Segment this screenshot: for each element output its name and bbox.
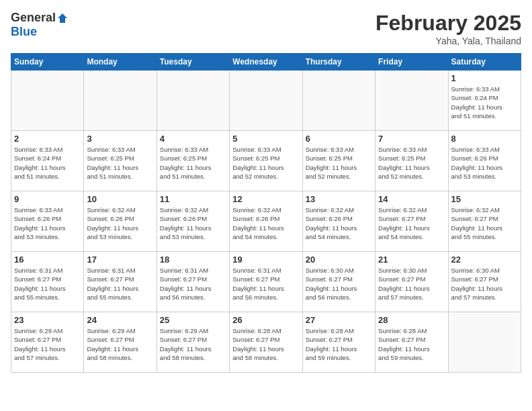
calendar-cell: 17Sunrise: 6:31 AM Sunset: 6:27 PM Dayli…	[84, 252, 157, 312]
calendar-cell: 24Sunrise: 6:29 AM Sunset: 6:27 PM Dayli…	[84, 312, 157, 373]
day-info: Sunrise: 6:29 AM Sunset: 6:27 PM Dayligh…	[160, 326, 226, 362]
calendar-cell: 8Sunrise: 6:33 AM Sunset: 6:26 PM Daylig…	[448, 131, 521, 191]
day-info: Sunrise: 6:33 AM Sunset: 6:25 PM Dayligh…	[378, 145, 445, 181]
day-number: 12	[232, 194, 299, 204]
day-info: Sunrise: 6:30 AM Sunset: 6:27 PM Dayligh…	[378, 266, 445, 302]
day-info: Sunrise: 6:28 AM Sunset: 6:27 PM Dayligh…	[378, 326, 445, 362]
day-number: 26	[232, 315, 299, 325]
calendar-cell: 18Sunrise: 6:31 AM Sunset: 6:27 PM Dayli…	[157, 252, 229, 312]
day-info: Sunrise: 6:33 AM Sunset: 6:25 PM Dayligh…	[232, 145, 299, 181]
calendar-cell: 1Sunrise: 6:33 AM Sunset: 6:24 PM Daylig…	[448, 71, 521, 131]
calendar-cell: 9Sunrise: 6:33 AM Sunset: 6:26 PM Daylig…	[11, 191, 84, 252]
day-of-week-header: Sunday	[11, 54, 84, 71]
calendar-cell: 3Sunrise: 6:33 AM Sunset: 6:25 PM Daylig…	[84, 131, 157, 191]
calendar-cell: 28Sunrise: 6:28 AM Sunset: 6:27 PM Dayli…	[375, 312, 448, 373]
day-number: 28	[378, 315, 445, 325]
calendar-cell: 25Sunrise: 6:29 AM Sunset: 6:27 PM Dayli…	[157, 312, 229, 373]
calendar-cell	[230, 71, 302, 131]
day-info: Sunrise: 6:32 AM Sunset: 6:26 PM Dayligh…	[160, 205, 226, 241]
day-info: Sunrise: 6:32 AM Sunset: 6:26 PM Dayligh…	[232, 205, 299, 241]
month-title: February 2025	[375, 11, 521, 36]
day-of-week-header: Monday	[84, 54, 157, 71]
day-number: 16	[14, 255, 81, 265]
calendar-cell: 21Sunrise: 6:30 AM Sunset: 6:27 PM Dayli…	[375, 252, 448, 312]
day-info: Sunrise: 6:33 AM Sunset: 6:26 PM Dayligh…	[14, 205, 81, 241]
logo-icon	[56, 12, 69, 24]
calendar-cell	[11, 71, 84, 131]
day-number: 5	[232, 134, 299, 144]
day-info: Sunrise: 6:32 AM Sunset: 6:27 PM Dayligh…	[378, 205, 445, 241]
calendar-header-row: SundayMondayTuesdayWednesdayThursdayFrid…	[11, 54, 521, 71]
day-info: Sunrise: 6:33 AM Sunset: 6:25 PM Dayligh…	[306, 145, 372, 181]
day-number: 8	[451, 134, 518, 144]
logo-general: General	[11, 11, 56, 25]
calendar-cell: 22Sunrise: 6:30 AM Sunset: 6:27 PM Dayli…	[448, 252, 521, 312]
day-info: Sunrise: 6:33 AM Sunset: 6:24 PM Dayligh…	[451, 85, 518, 120]
day-info: Sunrise: 6:29 AM Sunset: 6:27 PM Dayligh…	[14, 326, 81, 362]
day-number: 1	[451, 73, 518, 83]
day-number: 13	[306, 194, 372, 204]
calendar-cell	[84, 71, 157, 131]
calendar-cell: 20Sunrise: 6:30 AM Sunset: 6:27 PM Dayli…	[302, 252, 375, 312]
day-info: Sunrise: 6:30 AM Sunset: 6:27 PM Dayligh…	[451, 266, 518, 302]
day-of-week-header: Wednesday	[230, 54, 302, 71]
day-info: Sunrise: 6:28 AM Sunset: 6:27 PM Dayligh…	[232, 326, 299, 362]
calendar-week-row: 1Sunrise: 6:33 AM Sunset: 6:24 PM Daylig…	[11, 71, 521, 131]
calendar-week-row: 23Sunrise: 6:29 AM Sunset: 6:27 PM Dayli…	[11, 312, 521, 373]
page-header: General Blue February 2025 Yaha, Yala, T…	[11, 11, 521, 46]
calendar-cell: 26Sunrise: 6:28 AM Sunset: 6:27 PM Dayli…	[230, 312, 302, 373]
calendar-week-row: 16Sunrise: 6:31 AM Sunset: 6:27 PM Dayli…	[11, 252, 521, 312]
location: Yaha, Yala, Thailand	[375, 36, 521, 46]
day-of-week-header: Saturday	[448, 54, 521, 71]
calendar-cell: 16Sunrise: 6:31 AM Sunset: 6:27 PM Dayli…	[11, 252, 84, 312]
calendar-cell: 4Sunrise: 6:33 AM Sunset: 6:25 PM Daylig…	[157, 131, 229, 191]
calendar-cell: 13Sunrise: 6:32 AM Sunset: 6:26 PM Dayli…	[302, 191, 375, 252]
calendar-week-row: 2Sunrise: 6:33 AM Sunset: 6:24 PM Daylig…	[11, 131, 521, 191]
calendar-cell	[448, 312, 521, 373]
day-of-week-header: Friday	[375, 54, 448, 71]
day-info: Sunrise: 6:29 AM Sunset: 6:27 PM Dayligh…	[87, 326, 153, 362]
day-number: 27	[306, 315, 372, 325]
day-number: 11	[160, 194, 226, 204]
day-of-week-header: Thursday	[302, 54, 375, 71]
day-info: Sunrise: 6:30 AM Sunset: 6:27 PM Dayligh…	[306, 266, 372, 302]
calendar-cell: 6Sunrise: 6:33 AM Sunset: 6:25 PM Daylig…	[302, 131, 375, 191]
calendar-cell: 12Sunrise: 6:32 AM Sunset: 6:26 PM Dayli…	[230, 191, 302, 252]
calendar-cell	[157, 71, 229, 131]
day-number: 24	[87, 315, 153, 325]
day-info: Sunrise: 6:32 AM Sunset: 6:27 PM Dayligh…	[451, 205, 518, 241]
day-number: 21	[378, 255, 445, 265]
day-number: 9	[14, 194, 81, 204]
day-info: Sunrise: 6:31 AM Sunset: 6:27 PM Dayligh…	[232, 266, 299, 302]
day-info: Sunrise: 6:28 AM Sunset: 6:27 PM Dayligh…	[306, 326, 372, 362]
day-number: 15	[451, 194, 518, 204]
day-number: 17	[87, 255, 153, 265]
day-info: Sunrise: 6:31 AM Sunset: 6:27 PM Dayligh…	[160, 266, 226, 302]
day-info: Sunrise: 6:33 AM Sunset: 6:26 PM Dayligh…	[451, 145, 518, 181]
calendar-cell: 27Sunrise: 6:28 AM Sunset: 6:27 PM Dayli…	[302, 312, 375, 373]
day-number: 20	[306, 255, 372, 265]
calendar-cell: 19Sunrise: 6:31 AM Sunset: 6:27 PM Dayli…	[230, 252, 302, 312]
calendar-cell	[302, 71, 375, 131]
calendar-cell	[375, 71, 448, 131]
day-number: 18	[160, 255, 226, 265]
calendar-cell: 10Sunrise: 6:32 AM Sunset: 6:26 PM Dayli…	[84, 191, 157, 252]
day-number: 10	[87, 194, 153, 204]
logo-block: General Blue	[11, 11, 69, 39]
day-number: 22	[451, 255, 518, 265]
day-number: 7	[378, 134, 445, 144]
day-info: Sunrise: 6:32 AM Sunset: 6:26 PM Dayligh…	[87, 205, 153, 241]
day-info: Sunrise: 6:31 AM Sunset: 6:27 PM Dayligh…	[14, 266, 81, 302]
day-of-week-header: Tuesday	[157, 54, 229, 71]
day-number: 4	[160, 134, 226, 144]
day-info: Sunrise: 6:31 AM Sunset: 6:27 PM Dayligh…	[87, 266, 153, 302]
day-number: 19	[232, 255, 299, 265]
calendar-table: SundayMondayTuesdayWednesdayThursdayFrid…	[11, 53, 521, 373]
day-number: 6	[306, 134, 372, 144]
calendar-cell: 2Sunrise: 6:33 AM Sunset: 6:24 PM Daylig…	[11, 131, 84, 191]
logo-blue: Blue	[11, 25, 37, 38]
day-info: Sunrise: 6:33 AM Sunset: 6:25 PM Dayligh…	[160, 145, 226, 181]
day-number: 25	[160, 315, 226, 325]
day-info: Sunrise: 6:33 AM Sunset: 6:24 PM Dayligh…	[14, 145, 81, 181]
calendar-cell: 15Sunrise: 6:32 AM Sunset: 6:27 PM Dayli…	[448, 191, 521, 252]
